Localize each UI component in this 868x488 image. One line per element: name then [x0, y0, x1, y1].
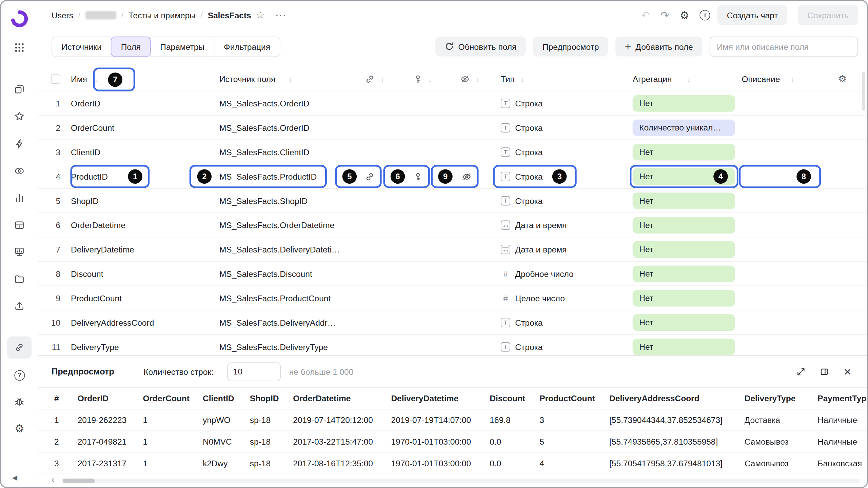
field-row[interactable]: 10 DeliveryAddressCoord MS_SalesFacts.De…: [38, 310, 867, 335]
field-name[interactable]: ProductID: [71, 171, 108, 181]
col-header-description[interactable]: Описание: [742, 75, 780, 84]
field-row[interactable]: 1 OrderID MS_SalesFacts.OrderID Строка Н…: [38, 91, 867, 116]
aggregation-badge[interactable]: Количество уникал…: [633, 119, 735, 136]
tab-fields[interactable]: Поля: [111, 36, 151, 57]
horizontal-scrollbar[interactable]: [61, 479, 860, 483]
aggregation-badge[interactable]: Нет: [633, 144, 735, 160]
field-aggregation[interactable]: Нет: [633, 144, 735, 160]
field-source[interactable]: MS_SalesFacts.Discount: [219, 269, 312, 278]
field-name[interactable]: Discount: [71, 269, 103, 278]
sidebar-item-export[interactable]: [7, 295, 32, 317]
sidebar-collapse-button[interactable]: ◀: [12, 474, 17, 482]
undo-icon[interactable]: ↶: [641, 10, 650, 20]
aggregation-badge[interactable]: Нет: [633, 192, 735, 209]
field-description[interactable]: [742, 241, 825, 258]
sidebar-item-storage[interactable]: [7, 268, 32, 290]
sort-icon-source[interactable]: ↓: [289, 75, 292, 83]
col-header-type[interactable]: Тип: [501, 75, 515, 84]
help-icon[interactable]: ?: [7, 364, 32, 386]
aggregation-badge[interactable]: Нет: [633, 168, 735, 185]
field-source[interactable]: MS_SalesFacts.ClientID: [219, 147, 310, 157]
field-description[interactable]: [742, 119, 825, 136]
field-description[interactable]: [742, 217, 825, 233]
favorite-star-icon[interactable]: ☆: [256, 10, 264, 20]
field-type[interactable]: Строка: [501, 123, 543, 132]
expand-icon[interactable]: [795, 365, 807, 378]
sort-icon-aggregation[interactable]: ↓: [687, 75, 691, 83]
sidebar-item-presentations[interactable]: [7, 241, 32, 263]
field-name[interactable]: DeliveryType: [71, 342, 119, 351]
bug-report-icon[interactable]: [7, 391, 32, 413]
add-field-button[interactable]: +Добавить поле: [615, 37, 702, 57]
select-all-checkbox[interactable]: [51, 75, 60, 84]
field-description[interactable]: [742, 265, 825, 282]
preview-toggle-button[interactable]: Предпросмотр: [533, 37, 608, 57]
field-source[interactable]: MS_SalesFacts.ProductCount: [219, 293, 331, 303]
field-source[interactable]: MS_SalesFacts.OrderID: [219, 99, 310, 108]
create-chart-button[interactable]: Создать чарт: [717, 5, 787, 25]
aggregation-badge[interactable]: Нет: [633, 338, 735, 355]
info-icon[interactable]: i: [700, 10, 710, 20]
sort-icon-type[interactable]: ↓: [521, 75, 525, 83]
field-type[interactable]: Строка: [501, 196, 543, 205]
row-count-input[interactable]: [227, 362, 281, 381]
aggregation-badge[interactable]: Нет: [633, 95, 735, 111]
field-row[interactable]: 3 ClientID MS_SalesFacts.ClientID Строка…: [38, 140, 867, 164]
save-button[interactable]: Сохранить: [798, 5, 858, 25]
breadcrumb-folder[interactable]: Тесты и примеры: [129, 10, 196, 20]
field-description[interactable]: [742, 95, 825, 111]
field-name[interactable]: ShopID: [71, 196, 99, 205]
redo-icon[interactable]: ↷: [660, 10, 669, 20]
field-type[interactable]: Строка: [501, 342, 543, 351]
field-source[interactable]: MS_SalesFacts.DeliveryDateti…: [219, 245, 340, 254]
field-aggregation[interactable]: Нет: [633, 314, 735, 331]
field-aggregation[interactable]: Нет: [633, 217, 735, 233]
sort-icon-key[interactable]: ↓: [428, 75, 432, 83]
aggregation-badge[interactable]: Нет: [633, 217, 735, 233]
field-description[interactable]: [742, 314, 825, 331]
link-icon[interactable]: [365, 75, 375, 84]
breadcrumb-users[interactable]: Users: [52, 10, 73, 20]
field-row[interactable]: 11 DeliveryType MS_SalesFacts.DeliveryTy…: [38, 335, 867, 355]
field-type[interactable]: Дробное число: [501, 269, 574, 278]
field-row[interactable]: 4 ProductID MS_SalesFacts.ProductID Стро…: [38, 164, 867, 189]
aggregation-badge[interactable]: Нет: [633, 265, 735, 282]
field-aggregation[interactable]: Нет: [633, 338, 735, 355]
columns-settings-gear-icon[interactable]: ⚙: [838, 73, 847, 85]
field-type[interactable]: Дата и время: [501, 245, 567, 254]
field-row[interactable]: 7 DeliveryDatetime MS_SalesFacts.Deliver…: [38, 237, 867, 262]
field-row[interactable]: 8 Discount MS_SalesFacts.Discount Дробно…: [38, 262, 867, 286]
field-description[interactable]: [742, 192, 825, 209]
field-type[interactable]: Целое число: [501, 293, 565, 303]
field-type[interactable]: Строка: [501, 171, 543, 181]
aggregation-badge[interactable]: Нет: [633, 290, 735, 306]
apps-grid-icon[interactable]: [7, 37, 32, 59]
close-icon[interactable]: ×: [842, 365, 854, 378]
field-type[interactable]: Строка: [501, 318, 543, 327]
sort-icon-name[interactable]: ↓: [94, 75, 98, 83]
sidebar-item-editor[interactable]: [7, 133, 32, 155]
field-description[interactable]: [742, 144, 825, 160]
col-header-source[interactable]: Источник поля: [219, 75, 275, 84]
field-name[interactable]: DeliveryDatetime: [71, 245, 134, 254]
vertical-scrollbar[interactable]: [862, 72, 865, 110]
tab-parameters[interactable]: Параметры: [150, 36, 214, 57]
scroll-left-icon[interactable]: ‹: [52, 475, 55, 484]
settings-icon[interactable]: ⚙: [7, 417, 32, 439]
aggregation-badge[interactable]: Нет: [633, 314, 735, 331]
tab-filtering[interactable]: Фильтрация: [214, 36, 280, 57]
field-description[interactable]: [742, 338, 825, 355]
field-aggregation[interactable]: Нет: [633, 290, 735, 306]
col-header-name[interactable]: Имя: [71, 75, 87, 84]
sidebar-item-connections[interactable]: [7, 337, 32, 359]
field-aggregation[interactable]: Нет: [633, 168, 735, 185]
field-aggregation[interactable]: Нет: [633, 192, 735, 209]
aggregation-badge[interactable]: Нет: [633, 241, 735, 258]
key-icon[interactable]: [413, 75, 423, 84]
field-row[interactable]: 6 OrderDatetime MS_SalesFacts.OrderDatet…: [38, 213, 867, 238]
scrollbar-thumb[interactable]: [63, 479, 95, 483]
field-type[interactable]: Строка: [501, 147, 543, 157]
field-description[interactable]: [742, 168, 825, 185]
sidebar-item-favorites[interactable]: [7, 105, 32, 127]
field-name[interactable]: DeliveryAddressCoord: [71, 318, 154, 327]
